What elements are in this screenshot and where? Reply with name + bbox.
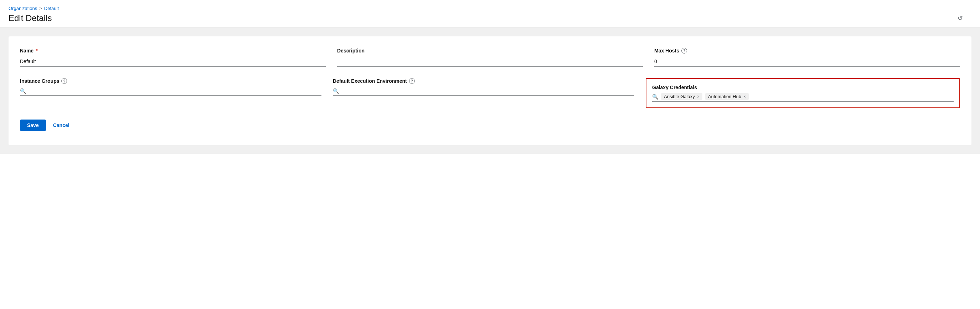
galaxy-credentials-field: 🔍 Ansible Galaxy × Automation Hub × — [652, 93, 954, 102]
form-row-2: Instance Groups ? 🔍 Default Execution En… — [20, 78, 960, 108]
breadcrumb-organizations-link[interactable]: Organizations — [8, 6, 37, 11]
page-title: Edit Details — [8, 13, 972, 23]
instance-groups-search-input[interactable] — [29, 88, 321, 94]
max-hosts-group: Max Hosts ? — [654, 48, 960, 67]
cancel-button[interactable]: Cancel — [52, 120, 71, 131]
breadcrumb: Organizations > Default — [8, 6, 972, 11]
name-group: Name * — [20, 48, 326, 67]
revert-icon[interactable]: ↺ — [958, 14, 963, 22]
max-hosts-input[interactable] — [654, 56, 960, 67]
instance-groups-label: Instance Groups ? — [20, 78, 321, 84]
credential-tag-ansible-galaxy: Ansible Galaxy × — [661, 93, 702, 100]
save-button[interactable]: Save — [20, 120, 46, 131]
default-exec-env-search-input[interactable] — [342, 88, 634, 94]
galaxy-credentials-label: Galaxy Credentials — [652, 85, 954, 90]
default-exec-env-label: Default Execution Environment ? — [333, 78, 634, 84]
galaxy-credentials-group: Galaxy Credentials 🔍 Ansible Galaxy × Au… — [646, 78, 960, 108]
credential-label-ansible-galaxy: Ansible Galaxy — [664, 94, 695, 99]
instance-groups-search-icon: 🔍 — [20, 88, 26, 94]
form-card: Name * Description Max Hosts ? — [8, 37, 972, 145]
breadcrumb-separator: > — [39, 6, 42, 11]
default-exec-env-search-icon: 🔍 — [333, 88, 339, 94]
name-label: Name * — [20, 48, 326, 53]
instance-groups-help-icon[interactable]: ? — [61, 78, 67, 84]
footer-actions: Save Cancel — [20, 120, 960, 131]
instance-groups-search-wrapper: 🔍 — [20, 87, 321, 96]
description-group: Description — [337, 48, 643, 67]
default-exec-env-group: Default Execution Environment ? 🔍 — [333, 78, 634, 108]
default-exec-env-search-wrapper: 🔍 — [333, 87, 634, 96]
credential-label-automation-hub: Automation Hub — [708, 94, 741, 99]
description-input[interactable] — [337, 56, 643, 67]
galaxy-credentials-inner: 🔍 Ansible Galaxy × Automation Hub × — [652, 93, 954, 100]
galaxy-credentials-search-icon: 🔍 — [652, 94, 658, 99]
instance-groups-group: Instance Groups ? 🔍 — [20, 78, 321, 108]
form-row-1: Name * Description Max Hosts ? — [20, 48, 960, 67]
default-exec-env-help-icon[interactable]: ? — [409, 78, 415, 84]
name-required-indicator: * — [36, 48, 37, 53]
description-label: Description — [337, 48, 643, 53]
max-hosts-help-icon[interactable]: ? — [681, 48, 687, 53]
breadcrumb-default-link[interactable]: Default — [44, 6, 59, 11]
max-hosts-label: Max Hosts ? — [654, 48, 960, 53]
credential-tag-automation-hub: Automation Hub × — [705, 93, 749, 100]
credential-remove-ansible-galaxy[interactable]: × — [697, 94, 700, 99]
name-input[interactable] — [20, 56, 326, 67]
credential-remove-automation-hub[interactable]: × — [743, 94, 746, 99]
